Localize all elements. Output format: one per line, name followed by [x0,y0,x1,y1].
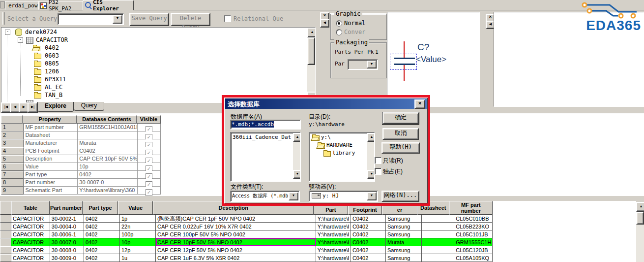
row-number[interactable]: 2 [1,131,24,139]
cell[interactable]: CL05B223KO [454,223,493,230]
table-row-selected[interactable]: CAPACITOR30-0007-0040210pCAP CER 10pF 50… [0,238,493,246]
property-value[interactable]: 0402 [78,171,137,179]
cell[interactable] [422,254,454,262]
tree-node-table[interactable]: CAPACITOR [36,36,68,43]
scroll-up-icon[interactable] [293,133,301,142]
delete-query-button[interactable]: Delete Query [171,13,210,26]
property-value[interactable]: Murata [78,139,137,147]
cell[interactable]: CL05C010BB [454,215,493,223]
dir-item[interactable]: library [332,150,355,156]
query-combobox[interactable] [58,13,124,25]
row-number[interactable]: 8 [1,179,24,187]
visible-checkbox[interactable] [146,189,152,196]
cell[interactable] [422,238,454,246]
db-file-listbox[interactable]: 360iii_Cadence_Dat [230,132,301,182]
cell[interactable]: Y:\hardware\l [316,215,351,223]
cell[interactable]: Samsung [386,246,422,254]
row-number[interactable]: 4 [1,147,24,155]
cell[interactable]: C0402 [351,238,386,246]
cell[interactable]: CL05C101JB [454,230,493,238]
row-selector[interactable] [0,215,11,223]
cell[interactable]: CAPACITOR [11,254,50,262]
cell[interactable]: 30-0008-0 [50,246,84,254]
cell[interactable]: 30-0004-0 [50,223,84,230]
property-value[interactable]: CAP CER 10pF 50V 5% [78,155,137,163]
cell[interactable]: GRM1555C1H [454,238,493,246]
table-row[interactable]: CAPACITOR30-0006-10402100pCAP CER 100pF … [0,230,493,238]
chevron-down-icon[interactable] [113,15,122,24]
cell[interactable]: C0402 [351,254,386,262]
row-number[interactable]: 1 [1,124,24,131]
exclusive-checkbox[interactable] [375,168,381,175]
close-icon[interactable]: × [414,99,425,109]
cell[interactable]: C0402 [351,246,386,254]
table-row[interactable]: CAPACITOR30-0008-0040212pCAP CER 12pF 50… [0,246,493,254]
dialog-title-bar[interactable]: 选择数据库 × [225,98,427,109]
cell[interactable]: 10p [120,238,156,246]
tree-node-folder[interactable]: 0603 [45,52,59,59]
cell[interactable]: CAPACITOR [11,230,50,238]
tree-node-folder[interactable]: TAN_B [45,92,62,98]
cell[interactable]: (陶瓷高频)CAP CER 1pF 50V NPO 0402 [156,215,316,223]
row-number[interactable]: 7 [1,171,24,179]
cell[interactable]: C0402 [351,230,386,238]
cell[interactable]: 1u [120,254,156,262]
cell[interactable]: 0402 [84,223,120,230]
cell[interactable]: 0402 [84,238,120,246]
cell[interactable]: C0402 [351,223,386,230]
scroll-down-icon[interactable] [293,170,301,179]
scroll-up-icon[interactable] [307,28,316,37]
property-value[interactable] [78,131,137,139]
cell[interactable]: Y:\hardware\l [316,223,351,230]
tree-collapse-toggle[interactable]: - [5,30,10,35]
cell[interactable] [422,246,454,254]
row-number[interactable]: 5 [1,155,24,163]
cell[interactable]: 30-0006-1 [50,230,84,238]
property-value[interactable]: 10p [78,163,137,171]
cell[interactable]: 100p [120,230,156,238]
tree-scrollbar[interactable] [307,28,315,101]
tab-erdai-pow[interactable]: erdai_pow... [5,1,42,10]
dir-item[interactable]: HARDWARE [326,142,352,148]
cell[interactable]: Y:\hardware\l [316,238,351,246]
tree-node-folder[interactable]: 0805 [45,60,59,67]
chevron-down-icon[interactable] [289,192,298,200]
property-value[interactable]: GRM1555C1H100JA01D [78,124,137,131]
radio-normal[interactable] [336,20,342,27]
scrollbar-thumb[interactable] [636,212,644,225]
row-number[interactable]: 6 [1,163,24,171]
cell-active[interactable]: CAP CER 10pF 50V 5% NPO 0402 [156,238,316,246]
cell[interactable]: CAP CER 100pF 50V 5% NPO 0402 [156,230,316,238]
dir-item[interactable]: y:\ [321,134,331,140]
property-value[interactable]: C0402 [78,147,137,155]
scroll-down-icon[interactable] [367,170,375,179]
cell[interactable]: 0402 [84,215,120,223]
row-selector[interactable] [0,230,11,238]
readonly-checkbox[interactable] [375,157,381,164]
cell[interactable] [422,223,454,230]
tab-cis-explorer[interactable]: CIS Explorer [83,0,134,10]
cell[interactable]: CAP CER 1uF 6.3V 5% X5R 0402 [156,254,316,262]
cell[interactable]: Y:\hardware\l [316,254,351,262]
cell[interactable]: CL05C120JB [454,246,493,254]
last-tab-button[interactable] [28,102,38,113]
row-selector[interactable] [0,238,11,246]
cell[interactable]: 0402 [84,254,120,262]
tree-node-folder[interactable]: 0402 [45,44,59,51]
cell[interactable]: 12p [120,246,156,254]
cell[interactable]: Samsung [386,254,422,262]
db-file-item[interactable]: 360iii_Cadence_Dat [233,134,291,140]
tree-node-folder[interactable]: 1206 [45,68,59,75]
cell[interactable]: 1p [120,215,156,223]
cell[interactable]: Samsung [386,215,422,223]
cell[interactable]: CAP CER 0.022uF 16V 10% X7R 0402 [156,223,316,230]
cell[interactable]: C0402 [351,215,386,223]
toolbar-gripper[interactable] [2,12,5,25]
tree-node-folder[interactable]: AL_EC [45,84,62,91]
tab-p32-spk-pa2[interactable]: P32 SPK_PA2 [38,1,88,10]
save-query-button[interactable]: Save Query [129,13,169,26]
cell[interactable]: Y:\hardware\l [316,246,351,254]
cell[interactable]: 30-0007-0 [50,238,84,246]
directory-listbox[interactable]: y:\ HARDWARE library [309,132,375,182]
cancel-button[interactable]: 取消 [382,128,419,140]
